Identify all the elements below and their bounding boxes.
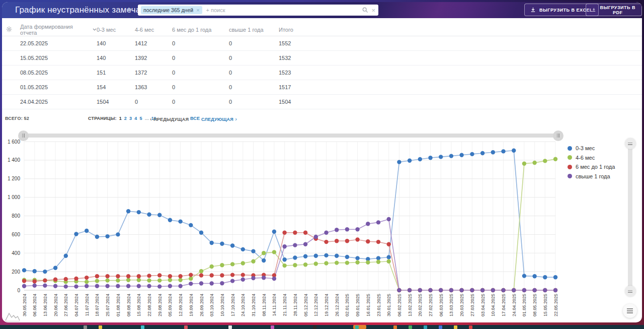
taskbar-app-icon[interactable] <box>409 325 412 329</box>
chart-horizontal-range-track[interactable] <box>23 134 558 138</box>
data-point[interactable] <box>126 278 130 282</box>
data-point[interactable] <box>449 154 453 158</box>
data-point[interactable] <box>53 284 57 288</box>
data-point[interactable] <box>480 288 485 292</box>
data-point[interactable] <box>345 227 349 231</box>
data-point[interactable] <box>366 260 370 265</box>
data-point[interactable] <box>105 234 109 238</box>
data-point[interactable] <box>335 254 339 258</box>
data-point[interactable] <box>95 274 99 278</box>
data-point[interactable] <box>199 269 203 273</box>
table-row[interactable]: 08.05.20251511372001523 <box>2 65 642 80</box>
taskbar-app-icon[interactable] <box>313 325 316 329</box>
data-point[interactable] <box>397 288 401 292</box>
data-point[interactable] <box>439 155 443 159</box>
data-point[interactable] <box>303 254 307 258</box>
data-point[interactable] <box>293 231 297 235</box>
data-point[interactable] <box>251 259 255 264</box>
data-point[interactable] <box>116 274 120 278</box>
data-point[interactable] <box>126 209 130 213</box>
data-point[interactable] <box>189 277 193 281</box>
data-point[interactable] <box>210 273 214 277</box>
next-page-button[interactable]: СЛЕДУЮЩАЯ › <box>201 116 237 122</box>
data-point[interactable] <box>491 150 495 154</box>
page-link[interactable]: 2 <box>124 116 127 121</box>
taskbar-app-icon[interactable] <box>184 325 188 329</box>
data-point[interactable] <box>491 288 495 292</box>
data-point[interactable] <box>543 275 547 279</box>
data-point[interactable] <box>418 288 422 292</box>
data-point[interactable] <box>303 231 307 235</box>
data-point[interactable] <box>64 254 68 258</box>
data-point[interactable] <box>95 235 99 239</box>
data-point[interactable] <box>355 256 359 260</box>
data-point[interactable] <box>53 266 57 270</box>
taskbar-app-icon[interactable] <box>84 325 87 329</box>
system-taskbar[interactable] <box>0 325 644 329</box>
data-point[interactable] <box>33 284 37 288</box>
filter-chip-remove-icon[interactable]: × <box>196 7 199 13</box>
clear-search-icon[interactable]: × <box>371 7 375 14</box>
taskbar-app-icon[interactable] <box>228 325 232 329</box>
data-point[interactable] <box>366 222 370 226</box>
data-point[interactable] <box>532 288 536 292</box>
data-point[interactable] <box>147 274 151 278</box>
data-point[interactable] <box>137 278 141 282</box>
data-point[interactable] <box>230 243 234 247</box>
data-point[interactable] <box>470 288 474 292</box>
data-point[interactable] <box>418 157 422 161</box>
data-point[interactable] <box>220 281 224 285</box>
data-point[interactable] <box>376 256 380 260</box>
data-point[interactable] <box>33 279 37 283</box>
export-pdf-button[interactable]: ВЫГРУЗИТЬ В PDF <box>586 4 642 16</box>
data-point[interactable] <box>157 284 162 288</box>
data-point[interactable] <box>366 239 370 243</box>
data-point[interactable] <box>85 229 89 233</box>
data-point[interactable] <box>251 276 255 280</box>
data-point[interactable] <box>335 260 339 265</box>
data-point[interactable] <box>116 232 120 236</box>
data-point[interactable] <box>230 262 234 266</box>
data-point[interactable] <box>262 251 266 255</box>
data-point[interactable] <box>532 274 536 278</box>
data-point[interactable] <box>178 274 182 278</box>
data-point[interactable] <box>522 162 526 166</box>
data-point[interactable] <box>376 260 380 264</box>
data-point[interactable] <box>543 288 547 292</box>
data-point[interactable] <box>408 288 412 292</box>
data-point[interactable] <box>501 288 505 292</box>
data-point[interactable] <box>178 278 182 282</box>
range-handle-right[interactable] <box>553 130 564 141</box>
vertical-range-handle-top[interactable] <box>625 138 636 149</box>
data-point[interactable] <box>553 288 557 292</box>
data-point[interactable] <box>168 284 172 288</box>
data-point[interactable] <box>116 278 120 282</box>
table-row[interactable]: 24.04.202515040001504 <box>2 95 642 109</box>
data-point[interactable] <box>105 274 109 278</box>
all-pages-button[interactable]: ВСЕ <box>190 116 200 121</box>
data-point[interactable] <box>314 235 318 239</box>
data-point[interactable] <box>335 239 339 243</box>
data-point[interactable] <box>147 284 151 288</box>
data-point[interactable] <box>241 261 245 265</box>
data-point[interactable] <box>345 255 349 259</box>
data-point[interactable] <box>168 274 172 278</box>
data-point[interactable] <box>147 278 151 282</box>
data-point[interactable] <box>428 288 432 292</box>
data-point[interactable] <box>501 149 505 153</box>
taskbar-app-icon[interactable] <box>99 325 102 329</box>
data-point[interactable] <box>199 231 203 235</box>
table-settings-gear-icon[interactable] <box>6 26 20 33</box>
data-point[interactable] <box>293 263 297 267</box>
data-point[interactable] <box>230 279 234 283</box>
data-point[interactable] <box>137 284 141 288</box>
legend-item[interactable]: 4-6 мес <box>568 153 615 163</box>
data-point[interactable] <box>376 220 380 224</box>
page-link[interactable]: 5 <box>140 116 142 121</box>
data-point[interactable] <box>314 254 318 258</box>
data-point[interactable] <box>33 269 37 273</box>
data-point[interactable] <box>210 241 214 245</box>
legend-item[interactable]: 6 мес до 1 года <box>568 162 615 172</box>
taskbar-app-icon[interactable] <box>355 325 359 329</box>
taskbar-app-icon[interactable] <box>393 325 397 329</box>
